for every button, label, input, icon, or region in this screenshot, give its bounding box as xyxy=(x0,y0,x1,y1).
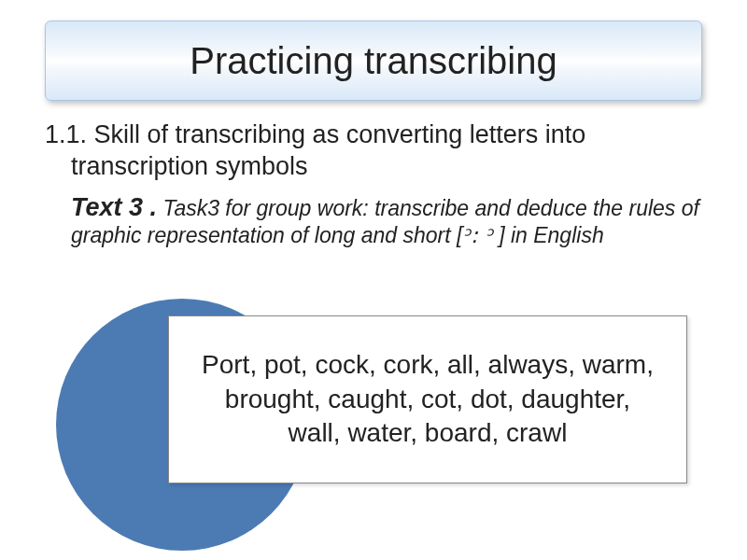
word-box: Port, pot, cock, cork, all, always, warm… xyxy=(168,315,687,483)
task-description: Task3 for group work: transcribe and ded… xyxy=(71,196,699,247)
skill-text: 1.1. Skill of transcribing as converting… xyxy=(45,119,702,183)
word-list: Port, pot, cock, cork, all, always, warm… xyxy=(197,348,658,450)
task-text: Text 3 . Task3 for group work: transcrib… xyxy=(45,192,702,249)
title-box: Practicing transcribing xyxy=(45,21,702,101)
text-label: Text 3 . xyxy=(71,193,157,221)
slide-title: Practicing transcribing xyxy=(190,40,557,82)
body-area: 1.1. Skill of transcribing as converting… xyxy=(45,119,702,249)
